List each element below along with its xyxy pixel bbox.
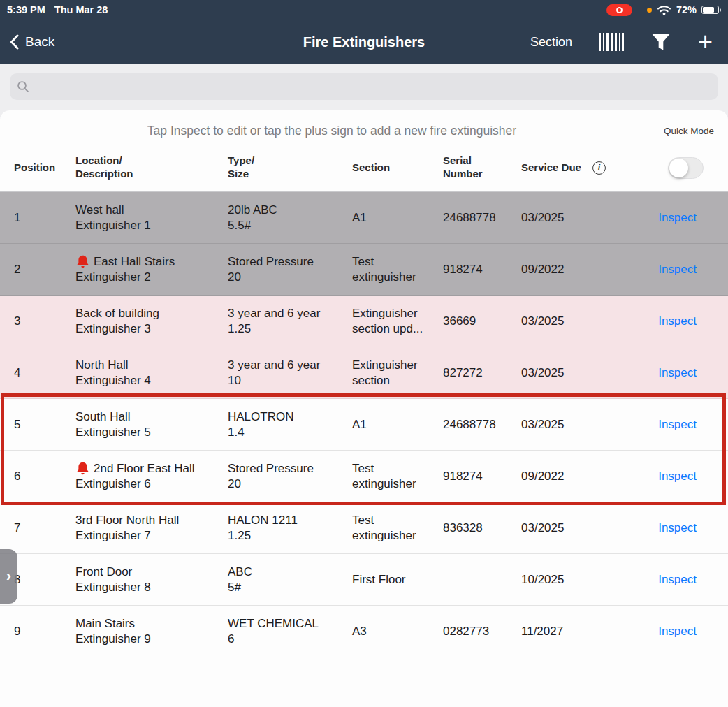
table-row: 1 West hall Extinguisher 1 20lb ABC 5.5#…: [0, 192, 728, 244]
alert-bell-icon: [75, 461, 90, 476]
status-left: 5:39 PM Thu Mar 28: [7, 4, 108, 15]
table-row: 4 North Hall Extinguisher 4 3 year and 6…: [0, 347, 728, 399]
location-line1: East Hall Stairs: [94, 254, 175, 270]
position-cell: 5: [14, 417, 75, 432]
header-position: Position: [14, 161, 75, 175]
serial-cell: 24688778: [443, 417, 521, 432]
inspect-button[interactable]: Inspect: [658, 418, 697, 431]
type-line2: 10: [228, 373, 347, 388]
type-line1: 3 year and 6 year: [228, 306, 347, 321]
serial-cell: 36669: [443, 314, 521, 329]
location-cell: Back of building Extinguisher 3: [75, 306, 228, 337]
type-line1: 20lb ABC: [228, 203, 347, 218]
section-button[interactable]: Section: [530, 35, 572, 50]
table-row: 9 Main Stairs Extinguisher 9 WET CHEMICA…: [0, 606, 728, 657]
info-icon[interactable]: i: [592, 161, 606, 175]
quick-mode-toggle-wrap: [626, 157, 728, 179]
status-date: Thu Mar 28: [54, 4, 108, 15]
filter-button[interactable]: [650, 33, 671, 51]
type-cell: 3 year and 6 year 10: [228, 358, 352, 388]
section-cell: A1: [352, 417, 443, 432]
inspect-button[interactable]: Inspect: [658, 573, 697, 586]
location-line1: 2nd Floor East Hall: [94, 461, 195, 476]
type-cell: ABC 5#: [228, 564, 352, 595]
section-cell: Test extinguisher: [352, 254, 443, 285]
location-line2: Extinguisher 4: [75, 373, 222, 388]
service-due-cell: 09/2022: [521, 262, 626, 277]
inspect-cell: Inspect: [626, 314, 728, 329]
type-line2: 20: [228, 270, 347, 285]
inspect-cell: Inspect: [626, 520, 728, 536]
nav-actions: Section +: [530, 33, 713, 51]
list-sheet: Tap Inspect to edit or tap the plus sign…: [0, 110, 728, 707]
location-cell: Main Stairs Extinguisher 9: [75, 616, 228, 647]
drawer-handle[interactable]: ›: [0, 549, 17, 604]
serial-cell: 827272: [443, 365, 521, 381]
serial-cell: 24688778: [443, 210, 521, 226]
position-cell: 8: [14, 572, 75, 588]
location-line1: North Hall: [75, 358, 129, 373]
position-cell: 7: [14, 520, 75, 536]
page-title: Fire Extinguishers: [303, 34, 425, 50]
table-row: 7 3rd Floor North Hall Extinguisher 7 HA…: [0, 502, 728, 554]
inspect-button[interactable]: Inspect: [658, 314, 697, 328]
position-cell: 6: [14, 469, 75, 484]
inspect-button[interactable]: Inspect: [658, 211, 697, 224]
location-cell: East Hall Stairs Extinguisher 2: [75, 254, 228, 285]
header-location: Location/ Description: [75, 154, 228, 181]
header-service-due: Service Due i: [521, 161, 626, 175]
wifi-icon: [657, 5, 671, 15]
inspect-button[interactable]: Inspect: [658, 263, 697, 276]
location-line2: Extinguisher 6: [75, 476, 222, 492]
inspect-button[interactable]: Inspect: [658, 469, 697, 483]
type-line2: 20: [228, 476, 347, 492]
service-due-cell: 03/2025: [521, 210, 626, 226]
type-cell: HALOTRON 1.4: [228, 409, 352, 440]
battery-icon: [701, 6, 719, 14]
add-button[interactable]: +: [698, 33, 713, 51]
location-line2: Extinguisher 8: [75, 580, 222, 595]
screen-recording-indicator[interactable]: [606, 4, 632, 16]
location-cell: West hall Extinguisher 1: [75, 203, 228, 233]
location-line2: Extinguisher 3: [75, 321, 222, 337]
service-due-cell: 03/2025: [521, 417, 626, 432]
type-line1: HALOTRON: [228, 409, 347, 425]
header-type: Type/ Size: [228, 154, 352, 181]
service-due-cell: 11/2027: [521, 624, 626, 639]
location-line1: Front Door: [75, 564, 132, 580]
screen: 5:39 PM Thu Mar 28 72%: [0, 0, 728, 707]
type-line2: 5#: [228, 580, 347, 595]
search-field[interactable]: [10, 73, 718, 100]
location-line2: Extinguisher 5: [75, 425, 222, 440]
quick-mode-toggle[interactable]: [668, 157, 704, 179]
type-cell: WET CHEMICAL 6: [228, 616, 352, 647]
location-line1: Back of building: [75, 306, 159, 321]
position-cell: 4: [14, 365, 75, 381]
inspect-button[interactable]: Inspect: [658, 366, 697, 379]
inspect-cell: Inspect: [626, 417, 728, 432]
position-cell: 9: [14, 624, 75, 639]
section-cell: Test extinguisher: [352, 513, 443, 544]
location-cell: North Hall Extinguisher 4: [75, 358, 228, 388]
type-line1: Stored Pressure: [228, 461, 347, 476]
service-due-cell: 09/2022: [521, 469, 626, 484]
location-line2: Extinguisher 7: [75, 528, 222, 544]
section-cell: A3: [352, 624, 443, 639]
back-button[interactable]: Back: [10, 34, 54, 50]
table-row: 8 Front Door Extinguisher 8 ABC 5# First…: [0, 554, 728, 606]
inspect-button[interactable]: Inspect: [658, 521, 697, 534]
service-due-cell: 10/2025: [521, 572, 626, 588]
inspect-button[interactable]: Inspect: [658, 625, 697, 638]
location-line1: South Hall: [75, 409, 130, 425]
status-time: 5:39 PM: [7, 4, 45, 15]
search-input[interactable]: [34, 80, 711, 94]
service-due-cell: 03/2025: [521, 314, 626, 329]
type-cell: Stored Pressure 20: [228, 461, 352, 492]
nav-bar: Back Fire Extinguishers Section +: [0, 20, 728, 64]
barcode-scan-button[interactable]: [599, 33, 624, 51]
service-due-cell: 03/2025: [521, 520, 626, 536]
type-cell: 3 year and 6 year 1.25: [228, 306, 352, 337]
location-cell: 2nd Floor East Hall Extinguisher 6: [75, 461, 228, 492]
serial-cell: 836328: [443, 520, 521, 536]
service-due-cell: 03/2025: [521, 365, 626, 381]
